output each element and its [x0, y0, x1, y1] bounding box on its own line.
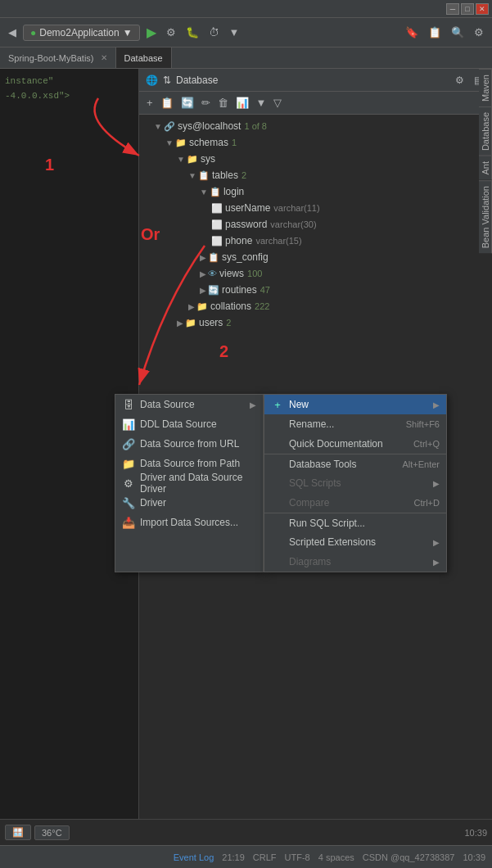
db-filter2-button[interactable]: ▽ — [271, 95, 284, 111]
tree-item-password[interactable]: ⬜ password varchar(30) — [139, 216, 492, 233]
tree-icon-collations: 📁 — [196, 301, 208, 312]
maximize-button[interactable]: □ — [461, 3, 474, 15]
tree-count-sys: 1 of 8 — [244, 121, 267, 131]
more-button[interactable]: ⏱ — [205, 24, 223, 41]
db-toolbar: + 📋 🔄 ✏ 🗑 📊 ▼ ▽ — [139, 92, 492, 115]
ctx-item-datasource[interactable]: 🗄 Data Source ▶ — [115, 395, 263, 414]
tree-arrow-tables: ▼ — [188, 171, 196, 180]
ctx-item-ddl[interactable]: 📊 DDL Data Source — [115, 414, 263, 434]
dropdown-icon: ▼ — [123, 27, 133, 38]
code-line-1: instance" — [5, 74, 133, 88]
db-settings-icon[interactable]: ⚙ — [453, 73, 467, 88]
ctx-item-sqlscripts[interactable]: SQL Scripts ▶ — [264, 473, 446, 493]
db-split-icon: ⇅ — [163, 75, 171, 86]
tree-item-views[interactable]: ▶ 👁 views 100 — [139, 265, 492, 282]
ctx-item-quickdoc[interactable]: Quick Documentation Ctrl+Q — [264, 434, 446, 454]
tree-type-phone: varchar(15) — [255, 236, 301, 246]
db-schema-button[interactable]: 📊 — [233, 95, 251, 111]
sidebar-tab-beanvalidation[interactable]: Bean Validation — [479, 180, 492, 253]
ctx-arrow-sqlscripts: ▶ — [433, 479, 440, 488]
tree-count-routines: 47 — [260, 285, 270, 295]
tab-mybatis[interactable]: Spring-Boot-MyBatis) ✕ — [0, 47, 116, 68]
app-selector[interactable]: ● Demo2Application ▼ — [23, 25, 140, 41]
taskbar-temp: 36°C — [34, 825, 70, 840]
db-filter-button[interactable]: ▼ — [254, 95, 269, 111]
tree-arrow-routines: ▶ — [200, 286, 206, 295]
tab-mybatis-close[interactable]: ✕ — [101, 53, 107, 62]
ctx-item-scripted[interactable]: Scripted Extensions ▶ — [264, 532, 446, 552]
tree-icon-tables: 📋 — [198, 170, 210, 181]
tree-item-sysconfg[interactable]: ▶ 📋 sys_config — [139, 249, 492, 265]
tree-icon-username: ⬜ — [211, 203, 223, 214]
db-add-button[interactable]: + — [144, 95, 156, 111]
ctx-icon-datasource: 🗄 — [122, 399, 135, 411]
tree-label-schemas: schemas — [189, 137, 228, 148]
clock: 10:39 — [463, 852, 485, 862]
tree-item-tables[interactable]: ▼ 📋 tables 2 — [139, 167, 492, 183]
tree-item-users[interactable]: ▶ 📁 users 2 — [139, 314, 492, 331]
ctx-item-diagrams[interactable]: Diagrams ▶ — [264, 552, 446, 572]
sidebar-tab-database[interactable]: Database — [479, 106, 492, 156]
line-ending: CRLF — [253, 852, 277, 862]
db-globe-icon: 🌐 — [146, 75, 158, 86]
db-delete-button[interactable]: 🗑 — [215, 95, 231, 111]
ctx-item-dbtools[interactable]: Database Tools Alt+Enter — [264, 454, 446, 473]
tree-type-password: varchar(30) — [270, 219, 316, 229]
tree-label-sys: sys@localhost — [178, 120, 241, 132]
title-bar: ─ □ ✕ — [0, 0, 492, 18]
settings-button[interactable]: ⚙ — [471, 24, 487, 41]
ctx-item-driver[interactable]: 🔧 Driver — [115, 493, 263, 513]
tree-item-routines[interactable]: ▶ 🔄 routines 47 — [139, 282, 492, 298]
search-button[interactable]: 🔍 — [448, 24, 467, 41]
tree-item-phone[interactable]: ⬜ phone varchar(15) — [139, 233, 492, 249]
tree-item-collations[interactable]: ▶ 📁 collations 222 — [139, 298, 492, 314]
tree-label-tables: tables — [212, 170, 238, 181]
tree-icon-sysconfig: 📋 — [208, 252, 219, 263]
tree-item-sys[interactable]: ▼ 📁 sys — [139, 151, 492, 167]
ctx-item-runsql[interactable]: Run SQL Script... — [264, 513, 446, 532]
db-refresh-button[interactable]: 🔄 — [178, 95, 196, 111]
db-edit-button[interactable]: ✏ — [199, 95, 213, 111]
tree-count-users: 2 — [226, 318, 231, 328]
debug-button[interactable]: 🐛 — [183, 24, 202, 41]
right-sidebar: Maven Database Ant Bean Validation — [479, 69, 492, 396]
ctx-arrow-new: ▶ — [433, 400, 440, 409]
context-menus: 🗄 Data Source ▶ 📊 DDL Data Source 🔗 Data… — [115, 394, 447, 572]
ctx-item-dspath[interactable]: 📁 Data Source from Path — [115, 454, 263, 473]
close-button[interactable]: ✕ — [476, 3, 489, 15]
sidebar-tab-maven[interactable]: Maven — [479, 69, 492, 106]
tree-item-sys-localhost[interactable]: ▼ 🔗 sys@localhost 1 of 8 — [139, 118, 492, 134]
tree-item-username[interactable]: ⬜ userName varchar(11) — [139, 200, 492, 216]
back-button[interactable]: ◀ — [5, 24, 20, 41]
encoding: UTF-8 — [285, 852, 310, 862]
sidebar-tab-ant[interactable]: Ant — [479, 156, 492, 180]
profile-button[interactable]: ▼ — [226, 24, 243, 41]
tree-icon-schemas: 📁 — [175, 138, 187, 148]
tree-item-login[interactable]: ▼ 📋 login — [139, 183, 492, 200]
vcs-button[interactable]: 📋 — [425, 24, 445, 41]
app-name-label: Demo2Application — [39, 27, 119, 38]
tree-label-users: users — [199, 317, 223, 328]
context-menu-left: 🗄 Data Source ▶ 📊 DDL Data Source 🔗 Data… — [115, 394, 264, 572]
bookmarks-button[interactable]: 🔖 — [402, 24, 422, 41]
ctx-item-compare[interactable]: Compare Ctrl+D — [264, 493, 446, 513]
run-button[interactable]: ▶ — [143, 22, 160, 43]
tree-label-sys-schema: sys — [201, 153, 215, 165]
minimize-button[interactable]: ─ — [446, 3, 459, 15]
db-copy-button[interactable]: 📋 — [158, 95, 176, 111]
ctx-icon-dsurl: 🔗 — [122, 438, 135, 450]
tree-label-password: password — [225, 219, 267, 230]
build-button[interactable]: ⚙ — [163, 24, 179, 41]
ctx-item-import[interactable]: 📥 Import Data Sources... — [115, 513, 263, 532]
tree-icon-views: 👁 — [208, 269, 217, 278]
tree-item-schemas[interactable]: ▼ 📁 schemas 1 — [139, 134, 492, 151]
db-header: 🌐 ⇅ Database ⚙ ▤ — [139, 69, 492, 92]
event-log-link[interactable]: Event Log — [174, 852, 214, 862]
ctx-item-new[interactable]: + New ▶ — [264, 395, 446, 414]
tab-database[interactable]: Database — [116, 47, 172, 68]
ctx-item-driverds[interactable]: ⚙ Driver and Data Source Driver — [115, 473, 263, 493]
taskbar-start[interactable]: 🪟 — [5, 825, 31, 840]
ctx-icon-driverds: ⚙ — [122, 477, 135, 490]
ctx-item-dsurl[interactable]: 🔗 Data Source from URL — [115, 434, 263, 454]
ctx-item-rename[interactable]: Rename... Shift+F6 — [264, 414, 446, 434]
